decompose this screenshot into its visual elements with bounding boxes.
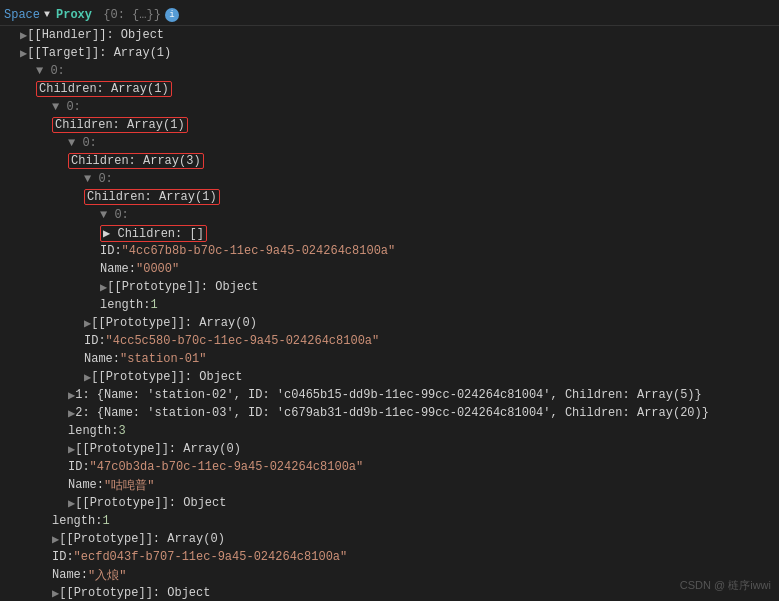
watermark: CSDN @ 梿序iwwi [680,578,771,593]
tree-text-segment: ▶ [52,586,59,601]
tree-row: ▶ [[Prototype]]: Array(0) [0,530,779,548]
tree-row: ▶ [[Prototype]]: Object [0,494,779,512]
tree-text-segment: ▼ 0: [68,136,97,150]
tree-row: Children: Array(1) [0,188,779,206]
tree-row: Children: Array(3) [0,152,779,170]
tree-container: ▶ [[Handler]]: Object▶ [[Target]]: Array… [0,26,779,601]
tree-text-segment: Children: Array(1) [55,118,185,132]
tree-text-segment: ▶ [68,496,75,511]
tree-text-segment: 3 [118,424,125,438]
red-box-highlight: Children: Array(1) [52,117,188,133]
tree-text-segment: "station-01" [120,352,206,366]
tree-row: ID: "47c0b3da-b70c-11ec-9a45-024264c8100… [0,458,779,476]
tree-text-segment: ID: [84,334,106,348]
tree-text-segment: ▼ 0: [36,64,65,78]
tree-text-segment: [[Prototype]]: Object [107,280,258,294]
tree-row: ▶ 1: {Name: 'station-02', ID: 'c0465b15-… [0,386,779,404]
tree-row: ▶ [[Prototype]]: Array(0) [0,440,779,458]
tree-row: Children: Array(1) [0,80,779,98]
red-box-highlight: Children: Array(3) [68,153,204,169]
tree-row: ▶ [[Prototype]]: Object [0,584,779,601]
tree-text-segment: ▶ [68,442,75,457]
tree-text-segment: [[Target]]: Array(1) [27,46,171,60]
tree-text-segment: [[Prototype]]: Array(0) [59,532,225,546]
tree-text-segment: Name: [100,262,136,276]
tree-text-segment: ▼ 0: [52,100,81,114]
tree-text-segment: ▶ [20,28,27,43]
tree-text-segment: length: [52,514,102,528]
tree-text-segment: Children: Array(1) [39,82,169,96]
tree-text-segment: ▶ [68,388,75,403]
tree-row: ID: "ecfd043f-b707-11ec-9a45-024264c8100… [0,548,779,566]
proxy-arrow[interactable] [44,9,56,20]
tree-text-segment: ID: [100,244,122,258]
tree-text-segment: "0000" [136,262,179,276]
tree-text-segment: [[Prototype]]: Object [91,370,242,384]
red-box-highlight: Children: Array(1) [36,81,172,97]
tree-text-segment: Name: [68,478,104,492]
tree-row: ▶ Children: [] [0,224,779,242]
tree-text-segment: ID: [52,550,74,564]
red-box-highlight: ▶ Children: [] [100,225,207,242]
info-icon[interactable]: i [165,8,179,22]
tree-row: ▶ [[Prototype]]: Object [0,278,779,296]
space-label: Space [4,8,40,22]
tree-text-segment: ▶ [84,370,91,385]
tree-text-segment: [[Handler]]: Object [27,28,164,42]
proxy-meta: {0: {…}} [96,8,161,22]
tree-row: ▶ 2: {Name: 'station-03', ID: 'c679ab31-… [0,404,779,422]
tree-text-segment: Children: Array(1) [87,190,217,204]
tree-text-segment: [[Prototype]]: Object [75,496,226,510]
tree-row: ▶ [[Prototype]]: Array(0) [0,314,779,332]
tree-row: Name: "入烺" [0,566,779,584]
tree-row: ▼ 0: [0,206,779,224]
tree-row: ID: "4cc5c580-b70c-11ec-9a45-024264c8100… [0,332,779,350]
tree-text-segment: "入烺" [88,567,126,584]
tree-text-segment: ▶ [68,406,75,421]
red-box-highlight: Children: Array(1) [84,189,220,205]
tree-text-segment: 1 [102,514,109,528]
tree-text-segment: length: [100,298,150,312]
proxy-label: Proxy [56,8,92,22]
tree-text-segment: "4cc5c580-b70c-11ec-9a45-024264c8100a" [106,334,380,348]
tree-text-segment: ▼ 0: [100,208,129,222]
console-header: Space Proxy {0: {…}} i [0,4,779,26]
tree-text-segment: "47c0b3da-b70c-11ec-9a45-024264c8100a" [90,460,364,474]
tree-row: Children: Array(1) [0,116,779,134]
tree-text-segment: [[Prototype]]: Object [59,586,210,600]
console-area: Space Proxy {0: {…}} i ▶ [[Handler]]: Ob… [0,0,779,601]
tree-text-segment: length: [68,424,118,438]
tree-text-segment: ▶ [84,316,91,331]
tree-text-segment: "咕唣普" [104,477,154,494]
tree-row: ▼ 0: [0,134,779,152]
tree-row: ▶ [[Prototype]]: Object [0,368,779,386]
tree-row: Name: "0000" [0,260,779,278]
tree-row: ▶ [[Handler]]: Object [0,26,779,44]
tree-text-segment: "4cc67b8b-b70c-11ec-9a45-024264c8100a" [122,244,396,258]
tree-text-segment: 1: {Name: 'station-02', ID: 'c0465b15-dd… [75,388,702,402]
tree-row: ▼ 0: [0,98,779,116]
tree-text-segment: ▶ [20,46,27,61]
tree-text-segment: ▶ [52,532,59,547]
tree-text-segment: Name: [84,352,120,366]
tree-text-segment: Name: [52,568,88,582]
tree-text-segment: "ecfd043f-b707-11ec-9a45-024264c8100a" [74,550,348,564]
tree-row: Name: "station-01" [0,350,779,368]
tree-row: length: 1 [0,296,779,314]
tree-row: ▼ 0: [0,62,779,80]
tree-text-segment: 2: {Name: 'station-03', ID: 'c679ab31-dd… [75,406,709,420]
tree-text-segment: ▶ [100,280,107,295]
tree-row: Name: "咕唣普" [0,476,779,494]
tree-text-segment: [[Prototype]]: Array(0) [75,442,241,456]
tree-row: length: 3 [0,422,779,440]
tree-text-segment: ID: [68,460,90,474]
tree-text-segment: ▼ 0: [84,172,113,186]
tree-row: ▶ [[Target]]: Array(1) [0,44,779,62]
tree-row: ID: "4cc67b8b-b70c-11ec-9a45-024264c8100… [0,242,779,260]
tree-text-segment: 1 [150,298,157,312]
tree-row: length: 1 [0,512,779,530]
tree-text-segment: ▶ Children: [] [103,227,204,241]
tree-text-segment: [[Prototype]]: Array(0) [91,316,257,330]
tree-row: ▼ 0: [0,170,779,188]
tree-text-segment: Children: Array(3) [71,154,201,168]
